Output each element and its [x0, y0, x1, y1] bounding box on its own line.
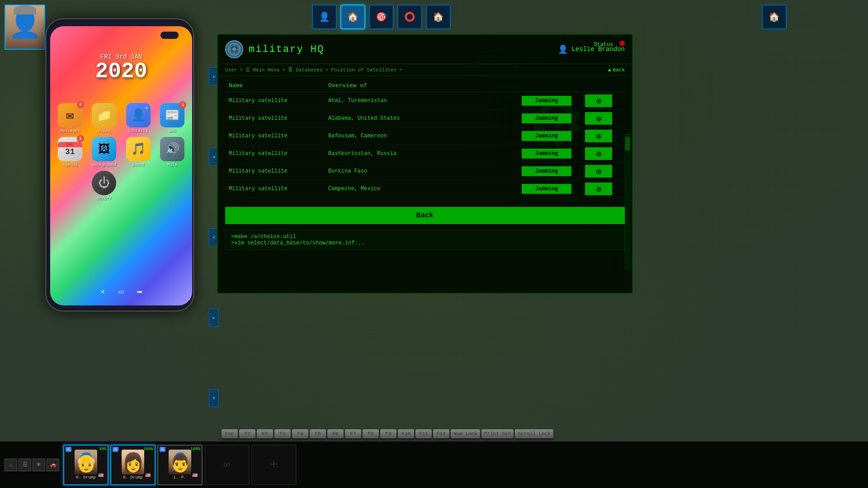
fn-keys: Esc F1 F2 F3 F4 F5 F6 F7 F8 F9 F10 F11 F… [222, 429, 553, 438]
jam-button-2[interactable]: Jamming [522, 113, 571, 123]
key-f6[interactable]: F6 [327, 429, 344, 438]
hq-logo [225, 40, 243, 58]
key-f10[interactable]: F10 [398, 429, 414, 438]
target-button-1[interactable]: ⊕ [585, 94, 612, 107]
taskbar-char-2[interactable]: A 100% 👩 R. Drump 🇺🇸 [110, 445, 156, 485]
hq-panel: ⚙ military HQ 👤 Leslie Brandon Status Us… [217, 34, 633, 294]
cell-location-6: Campeche, Mexico [328, 186, 522, 192]
web-icon: 📰 1 [160, 103, 184, 127]
jam-button-4[interactable]: Jamming [522, 149, 571, 159]
map-nav-home2[interactable]: 🏠 [426, 5, 451, 29]
map-nav-home[interactable]: 🏠 [340, 5, 365, 29]
taskbar-icon-alert[interactable]: ⚠ [5, 459, 17, 471]
sound-label: Sound [132, 163, 144, 167]
target-button-5[interactable]: ⊕ [585, 165, 612, 178]
key-scrolllock[interactable]: Scroll Lock [515, 429, 553, 438]
key-esc[interactable]: Esc [222, 429, 238, 438]
phone-home-btn[interactable]: ▭ [119, 286, 124, 296]
map-nav-circle[interactable]: ⭕ [397, 5, 422, 29]
key-printscn[interactable]: Print Scn [481, 429, 514, 438]
table-row: Military satellite Bafousam, Cameroon Ja… [225, 127, 625, 145]
agenda-icon: CAL 31 1 [58, 137, 82, 161]
side-nav-btn-4[interactable]: ▶ [209, 309, 219, 327]
messages-icon: ✉ 2 [58, 103, 82, 127]
jam-button-6[interactable]: Jamming [522, 184, 571, 194]
app-background[interactable]: 🖼 Background [89, 137, 120, 167]
contacts-icon: 👤 + [126, 103, 151, 127]
key-f7[interactable]: F7 [345, 429, 361, 438]
app-contacts[interactable]: 👤 + Contacts [123, 103, 154, 133]
target-button-6[interactable]: ⊕ [585, 183, 612, 195]
key-f4[interactable]: F4 [292, 429, 308, 438]
app-files[interactable]: 📁 Files [89, 103, 120, 133]
key-f9[interactable]: F9 [380, 429, 396, 438]
key-f3[interactable]: F3 [274, 429, 291, 438]
terminal-line-2: >vim select/data_base/to/show/more.inf..… [231, 240, 619, 246]
phone-back-btn[interactable]: ✕ [100, 286, 105, 296]
map-nav-person[interactable]: 👤 [312, 5, 337, 29]
top-map-icons: 👤 🏠 🎯 ⭕ 🏠 [312, 5, 451, 29]
char3-badge: A [160, 447, 165, 452]
app-messages[interactable]: ✉ 2 Messages [55, 103, 85, 133]
char3-portrait: 👨 [169, 450, 191, 474]
app-web[interactable]: 📰 1 Web [157, 103, 188, 133]
mute-label: Mute [167, 163, 177, 167]
key-f5[interactable]: F5 [310, 429, 326, 438]
breadcrumb-databases[interactable]: Databases [296, 67, 322, 73]
table-row: Military satellite Bashkortostan, Russia… [225, 145, 625, 163]
taskbar-char-3[interactable]: A 100% 👨 L. P. 🇺🇸 [157, 445, 203, 485]
key-numlock[interactable]: Num Lock [451, 429, 480, 438]
scrollbar-thumb [625, 137, 630, 150]
taskbar-icon-list[interactable]: ☰ [19, 459, 31, 471]
taskbar-add-char[interactable]: + [251, 445, 297, 485]
char2-badge: A [113, 447, 118, 452]
phone-recents-btn[interactable]: ▬ [137, 286, 142, 296]
back-main-button[interactable]: Back [225, 207, 625, 224]
target-button-2[interactable]: ⊕ [585, 112, 612, 125]
breadcrumb-main-menu[interactable]: Main Menu [253, 67, 279, 73]
app-agenda[interactable]: CAL 31 1 Agenda [55, 137, 85, 167]
target-button-4[interactable]: ⊕ [585, 147, 612, 160]
phone-screen: FRI 3rd JAN 2020 ✉ 2 Messages 📁 [50, 26, 192, 305]
key-f8[interactable]: F8 [363, 429, 379, 438]
app-onoff[interactable]: ⏻ On/Off [89, 171, 120, 201]
table-scrollbar[interactable] [625, 134, 630, 270]
key-f11[interactable]: F11 [415, 429, 432, 438]
char1-portrait: 👴 [75, 450, 97, 474]
cell-name-5: Military satellite [229, 168, 328, 174]
files-label: Files [98, 129, 110, 133]
right-nav-1[interactable]: 🏠 [762, 5, 787, 29]
satellite-table: Name Overview of Military satellite Ahal… [218, 76, 632, 202]
char3-name: L. P. [174, 475, 186, 480]
col-action [522, 82, 585, 89]
taskbar-icon-car[interactable]: 🚗 [47, 459, 59, 471]
table-row: Military satellite Ahal, Turkmenistan Ja… [225, 92, 625, 110]
taskbar-icon-eye[interactable]: 👁 [33, 459, 45, 471]
jam-button-1[interactable]: Jamming [522, 96, 571, 106]
app-mute[interactable]: 🔊 Mute [157, 137, 188, 167]
cell-name-1: Military satellite [229, 98, 328, 104]
agenda-badge: 1 [77, 135, 84, 142]
key-f2[interactable]: F2 [257, 429, 273, 438]
jam-button-3[interactable]: Jamming [522, 131, 571, 141]
side-nav-btn-5[interactable]: ▼ [209, 389, 219, 407]
table-row: Military satellite Campeche, Mexico Jamm… [225, 180, 625, 198]
map-nav-target1[interactable]: 🎯 [369, 5, 394, 29]
user-icon: 👤 [558, 44, 568, 54]
contacts-label: Contacts [128, 129, 148, 133]
jam-button-5[interactable]: Jamming [522, 166, 571, 176]
app-sound[interactable]: 🎵 Sound [123, 137, 154, 167]
cell-location-5: Burkina Faso [328, 168, 522, 174]
breadcrumb-satellites[interactable]: Position of Satellites [331, 67, 396, 73]
key-f12[interactable]: F12 [433, 429, 449, 438]
app-grid: ✉ 2 Messages 📁 Files 👤 + [55, 103, 188, 201]
key-f1[interactable]: F1 [239, 429, 255, 438]
char1-badge: A [66, 447, 71, 452]
taskbar-char-1[interactable]: A 50% 👴 R. Drump 🇺🇸 [63, 445, 108, 485]
terminal-line-1: >make /a/choice.util [231, 234, 619, 240]
phone-frame: FRI 3rd JAN 2020 ✉ 2 Messages 📁 [45, 18, 194, 312]
breadcrumb-back[interactable]: ▲ Back [608, 67, 625, 73]
onoff-icon: ⏻ [92, 171, 116, 195]
cell-name-3: Military satellite [229, 133, 328, 139]
target-button-3[interactable]: ⊕ [585, 130, 612, 142]
